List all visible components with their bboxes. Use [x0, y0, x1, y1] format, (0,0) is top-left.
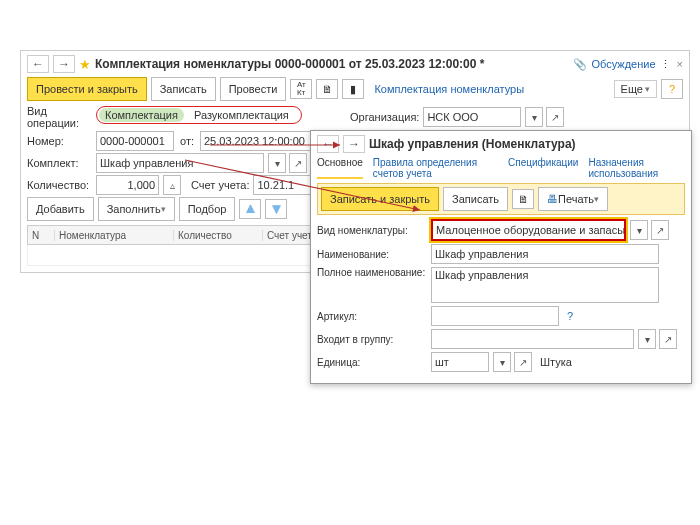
- close-icon[interactable]: ×: [677, 58, 683, 70]
- window-title: Комплектация номенклатуры 0000-000001 от…: [95, 57, 484, 71]
- group-field[interactable]: [431, 329, 634, 349]
- nested-back-button[interactable]: ←: [317, 135, 339, 153]
- dt-kt-icon[interactable]: АтКт: [290, 79, 312, 99]
- tab-main[interactable]: Основное: [317, 157, 363, 179]
- tab-razukomplektatsiya[interactable]: Разукомплектация: [188, 108, 295, 122]
- op-type-label: Вид операции:: [27, 105, 92, 129]
- kebab-icon[interactable]: ⋮: [660, 58, 669, 71]
- kit-open-icon[interactable]: ↗: [289, 153, 307, 173]
- more-button[interactable]: Еще▾: [614, 80, 657, 98]
- pick-button[interactable]: Подбор: [179, 197, 236, 221]
- col-n: N: [28, 230, 55, 241]
- barcode-icon[interactable]: ▮: [342, 79, 364, 99]
- tab-komplektatsiya[interactable]: Комплектация: [99, 108, 184, 122]
- col-qty: Количество: [174, 230, 263, 241]
- star-icon[interactable]: ★: [79, 57, 91, 72]
- qty-stepper[interactable]: ▵: [163, 175, 181, 195]
- group-label: Входит в группу:: [317, 334, 427, 345]
- date-field[interactable]: 25.03.2023 12:00:00: [200, 131, 318, 151]
- fill-button[interactable]: Заполнить ▾: [98, 197, 175, 221]
- discuss-link[interactable]: Обсуждение: [591, 58, 655, 70]
- post-button[interactable]: Провести: [220, 77, 287, 101]
- qty-field[interactable]: 1,000: [96, 175, 159, 195]
- org-dropdown-icon[interactable]: ▾: [525, 107, 543, 127]
- unit-label: Единица:: [317, 357, 427, 368]
- nested-window: ← → Шкаф управления (Номенклатура) Основ…: [310, 130, 692, 384]
- group-open-icon[interactable]: ↗: [659, 329, 677, 349]
- tab-usages[interactable]: Назначения использования: [588, 157, 685, 179]
- org-field[interactable]: НСК ООО: [423, 107, 521, 127]
- nested-toolbar: Записать и закрыть Записать 🗎 🖶 Печать ▾: [317, 183, 685, 215]
- report-icon[interactable]: 🗎: [316, 79, 338, 99]
- tab-rules[interactable]: Правила определения счетов учета: [373, 157, 498, 179]
- org-label: Организация:: [350, 111, 419, 123]
- acct-label: Счет учета:: [191, 179, 249, 191]
- fullname-label: Полное наименование:: [317, 267, 427, 278]
- number-label: Номер:: [27, 135, 92, 147]
- nested-forward-button[interactable]: →: [343, 135, 365, 153]
- unit-field[interactable]: шт: [431, 352, 489, 372]
- artikul-help-icon[interactable]: ?: [567, 310, 573, 322]
- type-dropdown-icon[interactable]: ▾: [630, 220, 648, 240]
- kit-dropdown-icon[interactable]: ▾: [268, 153, 286, 173]
- breadcrumb-link[interactable]: Комплектация номенклатуры: [374, 83, 524, 95]
- nested-tabs: Основное Правила определения счетов учет…: [317, 157, 685, 179]
- type-field[interactable]: Малоценное оборудование и запасы: [431, 219, 626, 241]
- op-type-tabs: Комплектация Разукомплектация: [96, 106, 302, 124]
- help-icon[interactable]: ?: [661, 79, 683, 99]
- acct-field[interactable]: 10.21.1: [253, 175, 311, 195]
- nested-print-button[interactable]: 🖶 Печать ▾: [538, 187, 608, 211]
- group-dropdown-icon[interactable]: ▾: [638, 329, 656, 349]
- write-button[interactable]: Записать: [151, 77, 216, 101]
- back-button[interactable]: ←: [27, 55, 49, 73]
- forward-button[interactable]: →: [53, 55, 75, 73]
- unit-full-label: Штука: [540, 356, 572, 368]
- from-label: от:: [180, 135, 194, 147]
- add-button[interactable]: Добавить: [27, 197, 94, 221]
- attach-icon[interactable]: 📎: [573, 58, 587, 71]
- name-label: Наименование:: [317, 249, 427, 260]
- move-down-icon[interactable]: ⯆: [265, 199, 287, 219]
- post-and-close-button[interactable]: Провести и закрыть: [27, 77, 147, 101]
- kit-field[interactable]: Шкаф управления: [96, 153, 264, 173]
- unit-open-icon[interactable]: ↗: [514, 352, 532, 372]
- fullname-field[interactable]: Шкаф управления: [431, 267, 659, 303]
- nested-title: Шкаф управления (Номенклатура): [369, 137, 576, 151]
- move-up-icon[interactable]: ⯅: [239, 199, 261, 219]
- number-field[interactable]: 0000-000001: [96, 131, 174, 151]
- nested-report-icon[interactable]: 🗎: [512, 189, 534, 209]
- org-open-icon[interactable]: ↗: [546, 107, 564, 127]
- nested-write-button[interactable]: Записать: [443, 187, 508, 211]
- type-label: Вид номенклатуры:: [317, 225, 427, 236]
- type-open-icon[interactable]: ↗: [651, 220, 669, 240]
- name-field[interactable]: Шкаф управления: [431, 244, 659, 264]
- artikul-label: Артикул:: [317, 311, 427, 322]
- unit-dropdown-icon[interactable]: ▾: [493, 352, 511, 372]
- tab-specs[interactable]: Спецификации: [508, 157, 578, 179]
- nested-save-close-button[interactable]: Записать и закрыть: [321, 187, 439, 211]
- kit-label: Комплект:: [27, 157, 92, 169]
- col-nomenclature: Номенклатура: [55, 230, 174, 241]
- qty-label: Количество:: [27, 179, 92, 191]
- artikul-field[interactable]: [431, 306, 559, 326]
